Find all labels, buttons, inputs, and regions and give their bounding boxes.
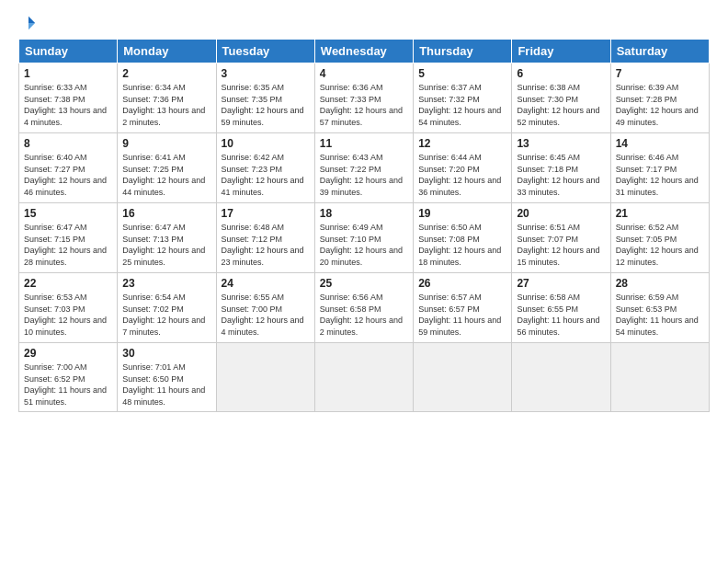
day-info: Sunrise: 6:36 AMSunset: 7:33 PMDaylight:… [320,82,408,128]
day-info: Sunrise: 6:58 AMSunset: 6:55 PMDaylight:… [517,292,605,338]
day-number: 8 [24,137,112,150]
day-number: 11 [320,137,408,150]
day-info: Sunrise: 6:50 AMSunset: 7:08 PMDaylight:… [418,222,506,268]
day-info: Sunrise: 7:01 AMSunset: 6:50 PMDaylight:… [122,362,210,408]
calendar-cell [414,343,512,412]
day-info: Sunrise: 6:34 AMSunset: 7:36 PMDaylight:… [122,82,210,128]
day-number: 28 [616,277,704,290]
calendar-cell [512,343,610,412]
day-number: 3 [222,67,310,80]
day-number: 1 [24,67,112,80]
day-info: Sunrise: 6:44 AMSunset: 7:20 PMDaylight:… [418,152,506,198]
weekday-header: Monday [118,40,216,63]
day-number: 30 [122,347,210,360]
calendar-week-row: 15Sunrise: 6:47 AMSunset: 7:15 PMDayligh… [19,203,710,273]
calendar-cell: 30Sunrise: 7:01 AMSunset: 6:50 PMDayligh… [118,343,216,412]
day-number: 9 [122,137,210,150]
calendar-cell: 1Sunrise: 6:33 AMSunset: 7:38 PMDaylight… [19,63,118,133]
day-number: 15 [24,207,112,220]
day-number: 13 [517,137,605,150]
day-number: 22 [24,277,112,290]
calendar-cell: 22Sunrise: 6:53 AMSunset: 7:03 PMDayligh… [19,273,118,343]
calendar-cell: 27Sunrise: 6:58 AMSunset: 6:55 PMDayligh… [512,273,610,343]
day-info: Sunrise: 6:52 AMSunset: 7:05 PMDaylight:… [616,222,704,268]
calendar-cell: 12Sunrise: 6:44 AMSunset: 7:20 PMDayligh… [414,133,512,203]
header [18,15,710,31]
calendar-cell: 6Sunrise: 6:38 AMSunset: 7:30 PMDaylight… [512,63,610,133]
day-info: Sunrise: 7:00 AMSunset: 6:52 PMDaylight:… [24,362,112,408]
day-info: Sunrise: 6:57 AMSunset: 6:57 PMDaylight:… [418,292,506,338]
day-info: Sunrise: 6:56 AMSunset: 6:58 PMDaylight:… [320,292,408,338]
day-info: Sunrise: 6:48 AMSunset: 7:12 PMDaylight:… [222,222,310,268]
weekday-header: Tuesday [216,40,314,63]
calendar-cell: 15Sunrise: 6:47 AMSunset: 7:15 PMDayligh… [19,203,118,273]
day-number: 19 [418,207,506,220]
weekday-header: Sunday [19,40,118,63]
calendar-cell [610,343,709,412]
day-number: 4 [320,67,408,80]
calendar-cell: 2Sunrise: 6:34 AMSunset: 7:36 PMDaylight… [118,63,216,133]
page: SundayMondayTuesdayWednesdayThursdayFrid… [0,0,728,563]
day-info: Sunrise: 6:43 AMSunset: 7:22 PMDaylight:… [320,152,408,198]
calendar-cell: 7Sunrise: 6:39 AMSunset: 7:28 PMDaylight… [610,63,709,133]
day-number: 7 [616,67,704,80]
logo [18,15,37,31]
calendar-cell: 14Sunrise: 6:46 AMSunset: 7:17 PMDayligh… [610,133,709,203]
day-number: 20 [517,207,605,220]
calendar-week-row: 29Sunrise: 7:00 AMSunset: 6:52 PMDayligh… [19,343,710,412]
day-info: Sunrise: 6:47 AMSunset: 7:13 PMDaylight:… [122,222,210,268]
day-info: Sunrise: 6:33 AMSunset: 7:38 PMDaylight:… [24,82,112,128]
logo-icon [20,15,37,31]
day-info: Sunrise: 6:40 AMSunset: 7:27 PMDaylight:… [24,152,112,198]
calendar-cell: 3Sunrise: 6:35 AMSunset: 7:35 PMDaylight… [216,63,314,133]
day-number: 27 [517,277,605,290]
day-number: 26 [418,277,506,290]
day-info: Sunrise: 6:41 AMSunset: 7:25 PMDaylight:… [122,152,210,198]
day-number: 21 [616,207,704,220]
calendar-cell: 17Sunrise: 6:48 AMSunset: 7:12 PMDayligh… [216,203,314,273]
calendar-cell: 5Sunrise: 6:37 AMSunset: 7:32 PMDaylight… [414,63,512,133]
calendar-cell: 18Sunrise: 6:49 AMSunset: 7:10 PMDayligh… [314,203,413,273]
weekday-header: Wednesday [314,40,413,63]
day-info: Sunrise: 6:59 AMSunset: 6:53 PMDaylight:… [616,292,704,338]
calendar-cell: 25Sunrise: 6:56 AMSunset: 6:58 PMDayligh… [314,273,413,343]
day-number: 18 [320,207,408,220]
weekday-header: Friday [512,40,610,63]
day-info: Sunrise: 6:35 AMSunset: 7:35 PMDaylight:… [222,82,310,128]
calendar-cell: 19Sunrise: 6:50 AMSunset: 7:08 PMDayligh… [414,203,512,273]
calendar-cell: 29Sunrise: 7:00 AMSunset: 6:52 PMDayligh… [19,343,118,412]
calendar-week-row: 8Sunrise: 6:40 AMSunset: 7:27 PMDaylight… [19,133,710,203]
day-number: 25 [320,277,408,290]
day-number: 5 [418,67,506,80]
calendar-cell: 16Sunrise: 6:47 AMSunset: 7:13 PMDayligh… [118,203,216,273]
calendar-cell: 4Sunrise: 6:36 AMSunset: 7:33 PMDaylight… [314,63,413,133]
day-info: Sunrise: 6:38 AMSunset: 7:30 PMDaylight:… [517,82,605,128]
calendar-cell [216,343,314,412]
logo-text [18,15,37,31]
calendar-cell [314,343,413,412]
calendar-cell: 21Sunrise: 6:52 AMSunset: 7:05 PMDayligh… [610,203,709,273]
day-info: Sunrise: 6:45 AMSunset: 7:18 PMDaylight:… [517,152,605,198]
day-number: 17 [222,207,310,220]
calendar-cell: 24Sunrise: 6:55 AMSunset: 7:00 PMDayligh… [216,273,314,343]
calendar-week-row: 1Sunrise: 6:33 AMSunset: 7:38 PMDaylight… [19,63,710,133]
day-number: 6 [517,67,605,80]
calendar-cell: 9Sunrise: 6:41 AMSunset: 7:25 PMDaylight… [118,133,216,203]
day-info: Sunrise: 6:39 AMSunset: 7:28 PMDaylight:… [616,82,704,128]
day-number: 10 [222,137,310,150]
calendar-header-row: SundayMondayTuesdayWednesdayThursdayFrid… [19,40,710,63]
day-info: Sunrise: 6:55 AMSunset: 7:00 PMDaylight:… [222,292,310,338]
day-number: 23 [122,277,210,290]
day-info: Sunrise: 6:49 AMSunset: 7:10 PMDaylight:… [320,222,408,268]
calendar-cell: 23Sunrise: 6:54 AMSunset: 7:02 PMDayligh… [118,273,216,343]
day-info: Sunrise: 6:46 AMSunset: 7:17 PMDaylight:… [616,152,704,198]
weekday-header: Thursday [414,40,512,63]
day-info: Sunrise: 6:54 AMSunset: 7:02 PMDaylight:… [122,292,210,338]
day-number: 14 [616,137,704,150]
day-number: 16 [122,207,210,220]
day-number: 24 [222,277,310,290]
day-info: Sunrise: 6:53 AMSunset: 7:03 PMDaylight:… [24,292,112,338]
day-info: Sunrise: 6:37 AMSunset: 7:32 PMDaylight:… [418,82,506,128]
day-info: Sunrise: 6:42 AMSunset: 7:23 PMDaylight:… [222,152,310,198]
calendar-cell: 20Sunrise: 6:51 AMSunset: 7:07 PMDayligh… [512,203,610,273]
